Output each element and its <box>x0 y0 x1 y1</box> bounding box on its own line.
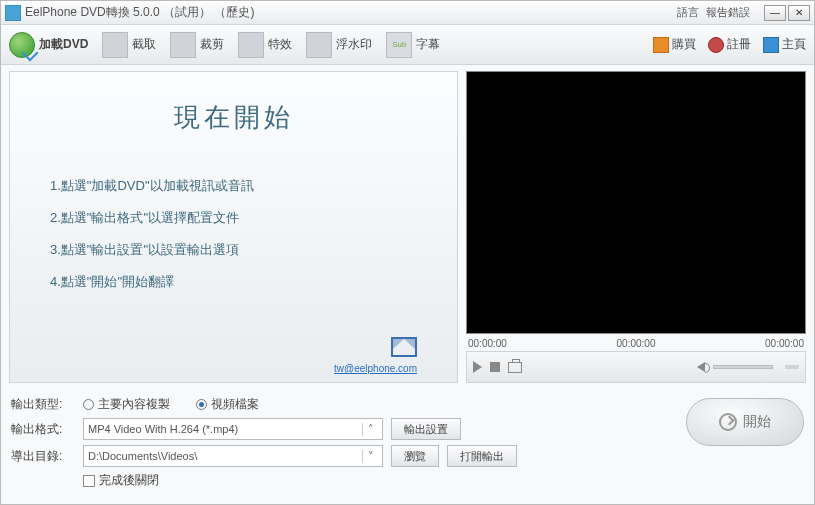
output-dir-field[interactable]: D:\Documents\Videos\ ˅ <box>83 445 383 467</box>
steps-list: 1.點選"加載DVD"以加載視訊或音訊 2.點選"輸出格式"以選擇配置文件 3.… <box>50 163 417 305</box>
contact-block: tw@eelphone.com <box>50 307 417 374</box>
step-2: 2.點選"輸出格式"以選擇配置文件 <box>50 209 417 227</box>
volume-icon[interactable] <box>697 362 705 372</box>
language-link[interactable]: 語言 <box>677 6 699 18</box>
play-button[interactable] <box>473 361 482 373</box>
watermark-button[interactable]: 浮水印 <box>306 32 372 58</box>
snapshot-button[interactable] <box>508 362 522 373</box>
main-area: 現在開始 1.點選"加載DVD"以加載視訊或音訊 2.點選"輸出格式"以選擇配置… <box>1 65 814 385</box>
chevron-up-icon: ˄ <box>362 423 378 436</box>
load-dvd-button[interactable]: 加載DVD <box>9 32 88 58</box>
titlebar: EelPhone DVD轉換 5.0.0 （試用） （歷史) 語言 報告錯誤 —… <box>1 1 814 25</box>
home-icon <box>763 37 779 53</box>
app-icon <box>5 5 21 21</box>
video-preview <box>466 71 806 334</box>
register-button[interactable]: 註冊 <box>708 36 751 53</box>
welcome-pane: 現在開始 1.點選"加載DVD"以加載視訊或音訊 2.點選"輸出格式"以選擇配置… <box>9 71 458 383</box>
step-3: 3.點選"輸出設置"以設置輸出選項 <box>50 241 417 259</box>
app-window: EelPhone DVD轉換 5.0.0 （試用） （歷史) 語言 報告錯誤 —… <box>0 0 815 505</box>
subtitle-button[interactable]: Sub 字幕 <box>386 32 440 58</box>
close-after-checkbox[interactable]: 完成後關閉 <box>83 472 159 489</box>
key-icon <box>708 37 724 53</box>
crop-icon <box>170 32 196 58</box>
step-4: 4.點選"開始"開始翻譯 <box>50 273 417 291</box>
buy-button[interactable]: 購買 <box>653 36 696 53</box>
welcome-title: 現在開始 <box>50 100 417 135</box>
watermark-icon <box>306 32 332 58</box>
output-format-dropdown[interactable]: MP4 Video With H.264 (*.mp4) ˄ <box>83 418 383 440</box>
title-links: 語言 報告錯誤 <box>677 5 754 20</box>
output-dir-label: 導出目錄: <box>11 448 75 465</box>
output-format-label: 輸出格式: <box>11 421 75 438</box>
preview-pane: 00:00:00 00:00:00 00:00:00 <box>466 71 806 383</box>
time-row: 00:00:00 00:00:00 00:00:00 <box>466 334 806 351</box>
radio-video-file[interactable]: 視頻檔案 <box>196 396 259 413</box>
cart-icon <box>653 37 669 53</box>
mail-icon <box>391 337 417 357</box>
radio-main-copy[interactable]: 主要內容複製 <box>83 396 170 413</box>
globe-icon <box>9 32 35 58</box>
window-title: EelPhone DVD轉換 5.0.0 （試用） （歷史) <box>25 4 254 21</box>
report-bug-link[interactable]: 報告錯誤 <box>706 6 750 18</box>
home-button[interactable]: 主頁 <box>763 36 806 53</box>
mail-link[interactable]: tw@eelphone.com <box>50 363 417 374</box>
toolbar: 加載DVD 截取 裁剪 特效 浮水印 Sub 字幕 購買 註冊 主頁 <box>1 25 814 65</box>
browse-button[interactable]: 瀏覽 <box>391 445 439 467</box>
refresh-icon <box>719 413 737 431</box>
close-button[interactable]: ✕ <box>788 5 810 21</box>
volume-slider[interactable] <box>713 365 773 369</box>
film-icon <box>102 32 128 58</box>
effect-button[interactable]: 特效 <box>238 32 292 58</box>
step-1: 1.點選"加載DVD"以加載視訊或音訊 <box>50 177 417 195</box>
time-mid: 00:00:00 <box>617 338 656 349</box>
player-controls <box>466 351 806 383</box>
time-total: 00:00:00 <box>765 338 804 349</box>
crop-button[interactable]: 裁剪 <box>170 32 224 58</box>
clip-button[interactable]: 截取 <box>102 32 156 58</box>
wand-icon <box>238 32 264 58</box>
subtitle-icon: Sub <box>386 32 412 58</box>
bottom-panel: 輸出類型: 主要內容複製 視頻檔案 輸出格式: MP4 Video With H… <box>1 385 814 504</box>
time-current: 00:00:00 <box>468 338 507 349</box>
output-settings-button[interactable]: 輸出設置 <box>391 418 461 440</box>
stop-button[interactable] <box>490 362 500 372</box>
minimize-button[interactable]: — <box>764 5 786 21</box>
output-type-label: 輸出類型: <box>11 396 75 413</box>
open-output-button[interactable]: 打開輸出 <box>447 445 517 467</box>
chevron-down-icon: ˅ <box>362 450 378 463</box>
extra-control[interactable] <box>785 365 799 369</box>
start-button[interactable]: 開始 <box>686 398 804 446</box>
